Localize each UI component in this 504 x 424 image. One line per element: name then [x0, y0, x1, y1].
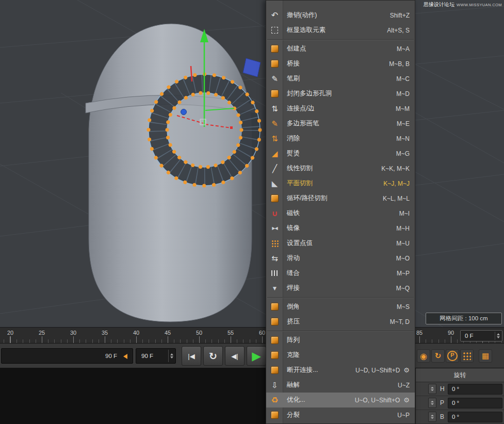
- magnet-icon: [270, 208, 280, 218]
- frame-spinner[interactable]: [495, 332, 501, 340]
- line-cut-icon: [270, 164, 280, 173]
- dissolve-icon: [270, 134, 280, 143]
- menu-item-label: 连接点/边: [287, 104, 314, 113]
- menu-item-label: 滑动: [287, 254, 300, 263]
- menu-item-disconnect[interactable]: 断开连接... U~D, U~Shift+D: [266, 363, 415, 378]
- box-select-icon: [270, 25, 280, 35]
- goto-start-button[interactable]: [182, 346, 201, 366]
- bevel-icon: [270, 302, 280, 312]
- menu-item-label: 多边形画笔: [287, 119, 319, 128]
- menu-item-undo-action[interactable]: 撤销(动作) Shift+Z: [266, 8, 415, 23]
- p-spinner[interactable]: [428, 398, 436, 408]
- stitch-icon: [270, 268, 280, 278]
- menu-item-bridge[interactable]: 桥接 M~B, B: [266, 56, 415, 71]
- record-objects-button[interactable]: [417, 349, 430, 363]
- menu-item-iron[interactable]: 熨烫 M~G: [266, 146, 415, 161]
- melt-icon: [270, 380, 280, 390]
- h-label: H: [440, 385, 448, 393]
- menu-item-label: 桥接: [287, 59, 300, 68]
- menu-item-label: 笔刷: [287, 74, 300, 83]
- mirror-icon: [270, 223, 280, 233]
- extrude-icon: [270, 317, 280, 327]
- menu-item-bevel[interactable]: 倒角 M~S: [266, 299, 415, 314]
- play-button[interactable]: [247, 346, 266, 366]
- menu-item-close-polygon-hole[interactable]: 封闭多边形孔洞 M~D: [266, 86, 415, 101]
- menu-item-label: 优化...: [287, 396, 305, 404]
- brush-icon: [270, 74, 280, 84]
- b-label: B: [440, 413, 448, 420]
- menu-item-stitch-and-sew[interactable]: 缝合 M~P: [266, 266, 415, 281]
- b-spinner[interactable]: [428, 412, 436, 422]
- menu-item-connect-points-edges[interactable]: 连接点/边 M~M: [266, 101, 415, 116]
- timeline-ruler[interactable]: 20 25 30 35 40 45 50 55 60 65 70 75 80 8…: [0, 327, 504, 344]
- clone-icon: [270, 350, 280, 360]
- menu-item-label: 封闭多边形孔洞: [287, 89, 332, 98]
- menu-item-line-cut[interactable]: 线性切割 K~K, M~K: [266, 161, 415, 176]
- menu-item-weld[interactable]: 焊接 M~Q: [266, 281, 415, 296]
- bridge-icon: [270, 59, 280, 69]
- menu-separator: [266, 296, 415, 299]
- menu-item-shortcut: M~B, B: [389, 60, 410, 68]
- close-polygon-hole-icon: [270, 89, 280, 99]
- gear-icon[interactable]: [403, 367, 410, 373]
- viewport-3d[interactable]: 思缘设计论坛WWW.MISSYUAN.COM 网格间距 : 100 cm: [0, 0, 504, 327]
- keyframe-store-button[interactable]: [479, 349, 492, 363]
- menu-item-frame-selected-elements[interactable]: 框显选取元素 Alt+S, S: [266, 23, 415, 38]
- menu-item-create-point[interactable]: 创建点 M~A: [266, 41, 415, 56]
- menu-item-label: 循环/路径切割: [287, 194, 327, 203]
- menu-item-extrude[interactable]: 挤压 M~T, D: [266, 314, 415, 329]
- array-icon: [270, 335, 280, 345]
- blue-point-handle[interactable]: [181, 109, 187, 115]
- menu-item-mirror[interactable]: 镜像 M~H: [266, 221, 415, 236]
- menu-item-magnet[interactable]: 磁铁 M~I: [266, 206, 415, 221]
- ruler-tick: 60: [259, 330, 265, 336]
- h-spinner[interactable]: [428, 384, 436, 394]
- slide-icon: [270, 253, 280, 263]
- menu-item-label: 缝合: [287, 269, 300, 278]
- menu-item-brush[interactable]: 笔刷 M~C: [266, 71, 415, 86]
- loop-playback-button[interactable]: [203, 346, 223, 366]
- blue-polygon-handle[interactable]: [243, 58, 261, 77]
- menu-item-clone[interactable]: 克隆: [266, 348, 415, 363]
- disconnect-icon: [270, 365, 280, 375]
- h-value-field[interactable]: 0 °: [448, 384, 502, 395]
- gizmo-center-handle[interactable]: [200, 119, 206, 125]
- menu-item-optimize[interactable]: 优化... U~O, U~Shift+O: [266, 393, 415, 407]
- end-frame-spinner[interactable]: [168, 350, 174, 362]
- menu-item-dissolve[interactable]: 消除 M~N: [266, 131, 415, 146]
- iron-icon: [270, 149, 280, 158]
- x-axis-handle[interactable]: [230, 126, 233, 129]
- menu-item-loop-path-cut[interactable]: 循环/路径切割 K~L, M~L: [266, 191, 415, 206]
- gear-icon[interactable]: [403, 397, 410, 403]
- menu-item-slide[interactable]: 滑动 M~O: [266, 251, 415, 266]
- menu-item-shortcut: K~J, M~J: [383, 180, 410, 187]
- menu-item-label: 熨烫: [287, 149, 300, 158]
- menu-item-label: 设置点值: [287, 239, 313, 248]
- b-value-field[interactable]: 0 °: [448, 412, 502, 422]
- menu-item-plane-cut[interactable]: 平面切割 K~J, M~J: [266, 176, 415, 191]
- menu-item-set-point-value[interactable]: 设置点值 M~U: [266, 236, 415, 251]
- create-point-icon: [270, 44, 280, 54]
- menu-item-polygon-pen[interactable]: 多边形画笔 M~E: [266, 116, 415, 131]
- scene-canvas[interactable]: [0, 0, 504, 327]
- range-slider-marker[interactable]: [123, 354, 127, 359]
- prev-frame-button[interactable]: [225, 346, 245, 366]
- ruler-tick: 45: [165, 330, 171, 336]
- rotation-row-h: H 0 °: [416, 382, 504, 396]
- watermark: 思缘设计论坛WWW.MISSYUAN.COM: [424, 1, 502, 8]
- auto-keying-button[interactable]: [431, 349, 445, 363]
- ruler-tick: 55: [227, 330, 234, 336]
- timeline-range-slider[interactable]: 90 F: [1, 348, 133, 364]
- point-level-animation-button[interactable]: [460, 349, 474, 363]
- record-parameter-button[interactable]: [446, 349, 459, 363]
- p-value-field[interactable]: 0 °: [448, 398, 502, 409]
- menu-item-shortcut: K~L, M~L: [383, 195, 410, 202]
- menu-item-array[interactable]: 阵列: [266, 333, 415, 348]
- menu-item-label: 分裂: [287, 411, 300, 419]
- rotation-panel-title: 旋转: [416, 368, 504, 382]
- menu-item-shortcut: M~O: [396, 255, 410, 262]
- current-frame-field[interactable]: 0 F: [460, 330, 502, 341]
- menu-item-split[interactable]: 分裂 U~P: [266, 407, 415, 422]
- menu-item-melt[interactable]: 融解 U~Z: [266, 378, 415, 393]
- end-frame-field[interactable]: 90 F: [136, 348, 176, 364]
